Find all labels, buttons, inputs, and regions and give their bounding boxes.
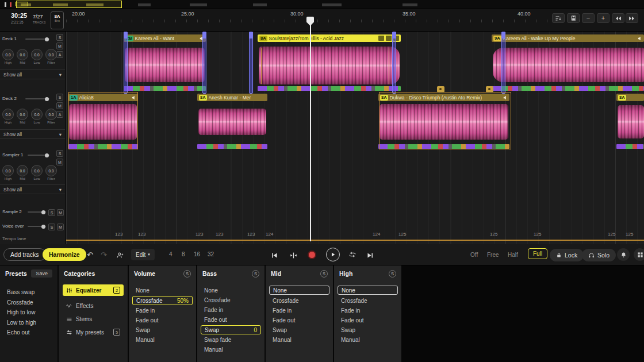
deck1-high-knob[interactable]: 0.0High bbox=[1, 49, 16, 64]
fade-handle[interactable] bbox=[261, 48, 262, 84]
set-overview-strip[interactable] bbox=[0, 0, 644, 9]
transition-region-outline[interactable] bbox=[68, 92, 138, 149]
transition-option[interactable]: Crossfade bbox=[197, 295, 264, 305]
cue-marker[interactable] bbox=[392, 32, 396, 94]
transition-option[interactable]: Manual bbox=[197, 345, 264, 355]
arrangement-timeline[interactable]: 2B Kareem Ali - Want 8A Soulstatejazz/To… bbox=[66, 32, 644, 244]
record-button[interactable] bbox=[308, 251, 316, 259]
clip-stems-icon[interactable] bbox=[378, 36, 384, 41]
sync-off-option[interactable]: Off bbox=[470, 252, 478, 258]
transition-option[interactable]: Fade out bbox=[334, 315, 401, 325]
deck2-volume-slider[interactable] bbox=[25, 98, 49, 99]
playhead-handle[interactable] bbox=[306, 17, 314, 26]
transition-option[interactable]: Manual bbox=[334, 335, 401, 345]
transition-option[interactable]: Fade out bbox=[266, 315, 333, 325]
clip-soulstatejazz-acid-jazz[interactable]: 8A Soulstatejazz/Tom Ellis - Acid Jazz bbox=[258, 34, 401, 90]
sampler1-volume-slider[interactable] bbox=[28, 155, 49, 156]
deck2-high-knob[interactable]: 0.0High bbox=[1, 109, 16, 124]
deck1-show-all[interactable]: Show all▾ bbox=[0, 70, 65, 79]
invite-collaborator-button[interactable] bbox=[116, 251, 124, 261]
deck1-low-knob[interactable]: 0.0Low bbox=[29, 49, 44, 64]
cue-marker[interactable] bbox=[124, 32, 128, 94]
preset-item[interactable]: Crossfade bbox=[0, 298, 57, 307]
transition-option[interactable]: Manual bbox=[266, 335, 333, 345]
transition-option[interactable]: None bbox=[129, 286, 196, 295]
sync-full-option[interactable]: Full bbox=[528, 248, 547, 259]
sampler1-high-knob[interactable]: 0.0High bbox=[1, 165, 16, 180]
preset-item[interactable]: Bass swap bbox=[0, 287, 57, 297]
harmonize-button[interactable]: Harmonize bbox=[43, 248, 86, 261]
clip-header[interactable]: 8A Anesh Kumar - Mer bbox=[197, 94, 267, 101]
clip-partial-right[interactable]: 8A bbox=[616, 94, 644, 148]
deck2-filter-knob[interactable]: 0.0Filter bbox=[44, 109, 59, 124]
deck2-low-knob[interactable]: 0.0Low bbox=[29, 109, 44, 124]
deck1-solo-button[interactable]: S bbox=[56, 34, 63, 41]
transition-option[interactable]: Swap fade bbox=[197, 335, 264, 345]
channel-solo-button[interactable]: S bbox=[252, 270, 259, 278]
transition-option[interactable]: None bbox=[197, 286, 264, 295]
transition-option[interactable]: Crossfade bbox=[334, 296, 401, 306]
grid-size-32[interactable]: 32 bbox=[208, 251, 214, 257]
transition-option-selected[interactable]: Crossfade 50% bbox=[132, 296, 193, 305]
transition-option-selected[interactable]: None bbox=[338, 286, 398, 295]
sampler1-mid-knob[interactable]: 0.0Mid bbox=[15, 165, 30, 180]
clip-anesh-kumar[interactable]: 8A Anesh Kumar - Mer bbox=[197, 94, 267, 148]
loop-button[interactable] bbox=[348, 251, 356, 261]
grid-size-16[interactable]: 16 bbox=[194, 251, 200, 257]
overview-loop-region[interactable] bbox=[16, 2, 28, 6]
transition-option[interactable]: Fade in bbox=[129, 306, 196, 315]
channel-solo-button[interactable]: S bbox=[320, 270, 328, 278]
lock-button[interactable]: Lock bbox=[550, 249, 584, 261]
seek-back-button[interactable] bbox=[612, 13, 624, 23]
apps-button[interactable] bbox=[634, 248, 644, 261]
next-track-button[interactable] bbox=[366, 251, 374, 261]
transition-option[interactable]: Swap bbox=[334, 325, 401, 335]
deck2-show-all[interactable]: Show all▾ bbox=[0, 129, 65, 139]
transition-option[interactable]: Swap bbox=[266, 325, 333, 335]
transition-region-outline[interactable] bbox=[379, 92, 511, 149]
transition-option-selected[interactable]: Swap 0 bbox=[201, 325, 261, 334]
voice-over-mute-button[interactable]: M bbox=[57, 224, 64, 230]
clip-kareem-ali-wake-up[interactable]: 9A Kareem Ali - Wake Up My People bbox=[492, 34, 644, 90]
sample2-solo-button[interactable]: S bbox=[48, 209, 55, 216]
timeline-ruler[interactable]: 30:25 2:21:35 7/27 TRACKS 8A Bm 20:00 25… bbox=[0, 9, 644, 32]
sync-free-option[interactable]: Free bbox=[487, 252, 499, 258]
seek-forward-button[interactable] bbox=[626, 13, 638, 23]
cue-marker[interactable] bbox=[249, 32, 253, 94]
transition-option[interactable]: Fade out bbox=[197, 315, 264, 325]
transition-option[interactable]: Fade in bbox=[197, 305, 264, 315]
playhead[interactable] bbox=[310, 17, 311, 241]
channel-solo-button[interactable]: S bbox=[183, 270, 191, 278]
play-button[interactable] bbox=[326, 248, 340, 261]
transition-option-selected[interactable]: None bbox=[269, 286, 329, 295]
preset-item[interactable]: Low to high bbox=[0, 318, 57, 328]
transition-option[interactable]: Crossfade bbox=[266, 296, 333, 306]
clip-header-selected[interactable]: 8A Soulstatejazz/Tom Ellis - Acid Jazz bbox=[258, 34, 401, 42]
transition-option[interactable]: Fade in bbox=[266, 306, 333, 315]
fade-handle[interactable] bbox=[389, 48, 389, 84]
notifications-button[interactable] bbox=[617, 248, 630, 261]
sampler1-low-knob[interactable]: 0.0Low bbox=[29, 165, 44, 180]
channel-solo-button[interactable]: S bbox=[389, 270, 396, 278]
transition-option[interactable]: Manual bbox=[129, 335, 196, 345]
deck2-solo-button[interactable]: S bbox=[56, 94, 63, 101]
category-my-presets[interactable]: My presets 5 bbox=[63, 326, 124, 338]
redo-button[interactable]: ↷ bbox=[101, 251, 107, 259]
preset-item[interactable]: Echo out bbox=[0, 328, 57, 337]
grid-size-4[interactable]: 4 bbox=[169, 251, 172, 257]
cue-marker[interactable] bbox=[501, 32, 505, 94]
sort-tracks-button[interactable] bbox=[552, 13, 565, 23]
category-stems[interactable]: Stems bbox=[63, 313, 124, 325]
deck2-mid-knob[interactable]: 0.0Mid bbox=[15, 109, 30, 124]
deck1-volume-slider[interactable] bbox=[25, 38, 49, 40]
zoom-in-button[interactable]: + bbox=[597, 13, 610, 23]
clip-header[interactable]: 2B Kareem Ali - Want bbox=[124, 34, 206, 42]
category-equalizer[interactable]: Equalizer 2 bbox=[63, 284, 124, 296]
transition-option[interactable]: Fade out bbox=[129, 315, 196, 325]
clip-kareem-ali-want[interactable]: 2B Kareem Ali - Want bbox=[124, 34, 206, 90]
previous-track-button[interactable] bbox=[271, 251, 278, 261]
category-effects[interactable]: Effects bbox=[63, 300, 124, 311]
transition-tag-icon[interactable] bbox=[437, 86, 444, 93]
transition-option[interactable]: Swap bbox=[129, 325, 196, 335]
transition-option[interactable]: Fade in bbox=[334, 306, 401, 315]
